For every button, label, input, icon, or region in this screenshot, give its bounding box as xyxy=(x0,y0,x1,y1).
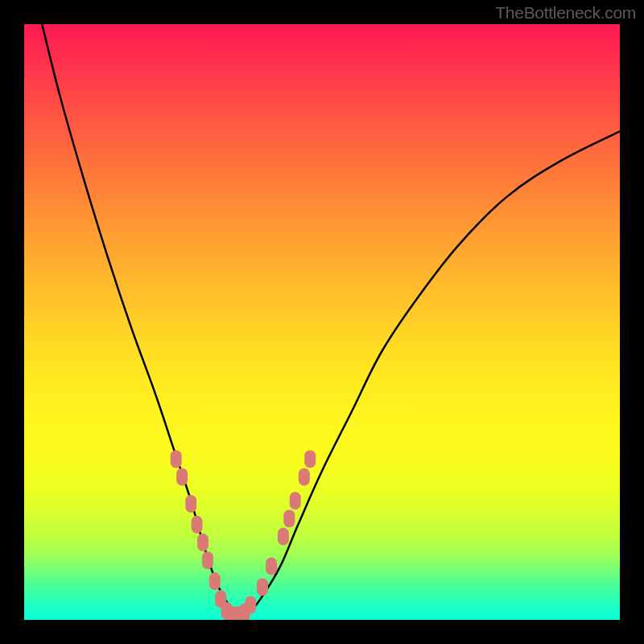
chart-svg xyxy=(24,24,620,620)
data-point xyxy=(192,516,203,534)
watermark-text: TheBottleneck.com xyxy=(495,3,636,23)
data-point xyxy=(278,527,289,545)
data-point xyxy=(257,578,268,596)
data-point xyxy=(176,468,188,485)
data-point xyxy=(283,510,295,527)
data-point xyxy=(171,450,182,468)
data-point xyxy=(299,468,310,485)
data-point xyxy=(185,495,196,513)
bottleneck-curve xyxy=(42,24,620,614)
data-point xyxy=(266,557,277,575)
data-point xyxy=(197,534,208,551)
data-point xyxy=(290,492,301,510)
data-point xyxy=(202,551,213,569)
data-point xyxy=(209,572,221,590)
data-point xyxy=(245,597,256,614)
plot-area xyxy=(24,24,620,620)
data-point xyxy=(304,450,316,468)
